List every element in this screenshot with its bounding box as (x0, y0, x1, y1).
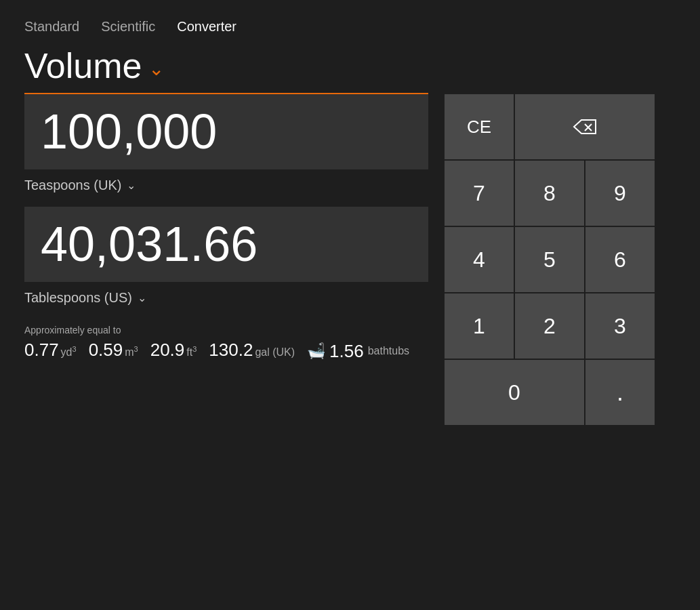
output-unit-selector[interactable]: Tablespoons (US) ⌄ (24, 282, 428, 311)
approx-label: Approximately equal to (24, 325, 428, 336)
approx-ft3-number: 20.9 (150, 340, 185, 361)
output-box: 40,031.66 (24, 207, 428, 282)
inputs-column: 100,000 Teaspoons (UK) ⌄ 40,031.66 Table… (24, 94, 428, 362)
approx-section: Approximately equal to 0.77 yd3 0.59 m3 … (24, 325, 428, 362)
key-9[interactable]: 9 (585, 161, 655, 226)
keypad-column: CE 7 8 9 4 5 6 1 2 3 (445, 94, 655, 425)
key-7[interactable]: 7 (445, 161, 514, 226)
backspace-icon (573, 117, 597, 136)
key-0[interactable]: 0 (445, 360, 584, 425)
approx-m3: 0.59 m3 (89, 340, 138, 361)
category-selector[interactable]: Volume ⌄ (24, 45, 676, 86)
input-box: 100,000 (24, 94, 428, 169)
input-unit-chevron-icon[interactable]: ⌄ (127, 179, 136, 192)
output-unit-chevron-icon[interactable]: ⌄ (138, 291, 146, 304)
approx-yd3: 0.77 yd3 (24, 340, 77, 361)
key-3[interactable]: 3 (585, 293, 655, 359)
input-unit-selector[interactable]: Teaspoons (UK) ⌄ (24, 169, 428, 201)
key-ce[interactable]: CE (445, 94, 514, 159)
key-1[interactable]: 1 (445, 293, 514, 359)
output-value: 40,031.66 (41, 218, 412, 271)
approx-m3-number: 0.59 (89, 340, 123, 361)
input-value: 100,000 (41, 105, 412, 159)
nav-converter[interactable]: Converter (177, 19, 236, 35)
top-nav: Standard Scientific Converter (0, 0, 700, 45)
nav-scientific[interactable]: Scientific (101, 19, 155, 35)
output-unit-label: Tablespoons (US) (24, 290, 132, 306)
key-4[interactable]: 4 (445, 227, 514, 292)
approx-ft3-unit: ft3 (186, 345, 197, 359)
approx-yd3-unit: yd3 (61, 345, 77, 359)
approx-values: 0.77 yd3 0.59 m3 20.9 ft3 130.2 gal (UK) (24, 340, 428, 362)
key-6[interactable]: 6 (585, 227, 655, 292)
approx-gal: 130.2 gal (UK) (209, 340, 295, 361)
key-5[interactable]: 5 (515, 227, 584, 292)
key-backspace[interactable] (515, 94, 655, 159)
keypad-grid: CE 7 8 9 4 5 6 1 2 3 (445, 94, 655, 425)
approx-gal-number: 130.2 (209, 340, 253, 361)
key-dot[interactable]: . (585, 360, 655, 425)
converter-layout: 100,000 Teaspoons (UK) ⌄ 40,031.66 Table… (24, 94, 676, 425)
nav-standard[interactable]: Standard (24, 19, 79, 35)
approx-bathtubs: 🛁 1.56 bathtubs (307, 341, 409, 362)
category-chevron-icon[interactable]: ⌄ (148, 58, 164, 80)
approx-gal-unit: gal (UK) (255, 346, 295, 359)
key-8[interactable]: 8 (515, 161, 584, 226)
approx-yd3-number: 0.77 (24, 340, 59, 361)
bathtub-icon: 🛁 (307, 342, 325, 360)
approx-bathtubs-number: 1.56 (329, 341, 364, 362)
key-2[interactable]: 2 (515, 293, 584, 359)
approx-ft3: 20.9 ft3 (150, 340, 197, 361)
main-content: Volume ⌄ 100,000 Teaspoons (UK) ⌄ 40,031… (0, 45, 700, 425)
approx-bathtubs-unit: bathtubs (368, 345, 409, 357)
category-title: Volume (24, 45, 142, 86)
input-unit-label: Teaspoons (UK) (24, 178, 121, 193)
approx-m3-unit: m3 (125, 345, 138, 359)
